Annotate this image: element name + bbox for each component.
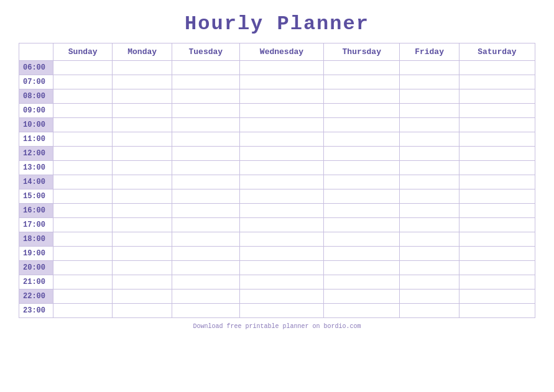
cell-thursday-0600[interactable] bbox=[324, 61, 400, 75]
cell-tuesday-2000[interactable] bbox=[172, 261, 239, 275]
cell-wednesday-1900[interactable] bbox=[239, 247, 323, 261]
cell-friday-1200[interactable] bbox=[400, 147, 459, 161]
cell-wednesday-1100[interactable] bbox=[239, 132, 323, 147]
cell-monday-0900[interactable] bbox=[113, 104, 172, 118]
cell-tuesday-1200[interactable] bbox=[172, 147, 239, 161]
cell-tuesday-1900[interactable] bbox=[172, 247, 239, 261]
cell-friday-0600[interactable] bbox=[400, 61, 459, 75]
cell-monday-1900[interactable] bbox=[113, 247, 172, 261]
cell-sunday-2200[interactable] bbox=[53, 289, 113, 304]
cell-saturday-0600[interactable] bbox=[459, 61, 535, 75]
cell-monday-1400[interactable] bbox=[113, 175, 172, 189]
cell-friday-2100[interactable] bbox=[400, 275, 459, 289]
cell-friday-2200[interactable] bbox=[400, 289, 459, 304]
cell-monday-0600[interactable] bbox=[113, 61, 172, 75]
cell-sunday-1000[interactable] bbox=[53, 118, 113, 132]
cell-sunday-1700[interactable] bbox=[53, 218, 113, 232]
cell-thursday-1800[interactable] bbox=[324, 232, 400, 247]
cell-thursday-0700[interactable] bbox=[324, 75, 400, 89]
cell-saturday-2000[interactable] bbox=[459, 261, 535, 275]
cell-sunday-2100[interactable] bbox=[53, 275, 113, 289]
cell-monday-1200[interactable] bbox=[113, 147, 172, 161]
cell-monday-1300[interactable] bbox=[113, 161, 172, 175]
cell-wednesday-1200[interactable] bbox=[239, 147, 323, 161]
cell-sunday-1300[interactable] bbox=[53, 161, 113, 175]
cell-tuesday-1800[interactable] bbox=[172, 232, 239, 247]
cell-monday-2100[interactable] bbox=[113, 275, 172, 289]
cell-saturday-1000[interactable] bbox=[459, 118, 535, 132]
cell-thursday-1200[interactable] bbox=[324, 147, 400, 161]
cell-monday-1700[interactable] bbox=[113, 218, 172, 232]
cell-wednesday-1000[interactable] bbox=[239, 118, 323, 132]
cell-friday-1900[interactable] bbox=[400, 247, 459, 261]
cell-thursday-0800[interactable] bbox=[324, 89, 400, 104]
cell-friday-1700[interactable] bbox=[400, 218, 459, 232]
cell-sunday-1500[interactable] bbox=[53, 189, 113, 204]
cell-sunday-1100[interactable] bbox=[53, 132, 113, 147]
cell-sunday-1900[interactable] bbox=[53, 247, 113, 261]
cell-friday-1600[interactable] bbox=[400, 204, 459, 218]
cell-sunday-0800[interactable] bbox=[53, 89, 113, 104]
cell-saturday-1600[interactable] bbox=[459, 204, 535, 218]
cell-monday-1500[interactable] bbox=[113, 189, 172, 204]
cell-monday-1600[interactable] bbox=[113, 204, 172, 218]
cell-tuesday-2300[interactable] bbox=[172, 304, 239, 318]
cell-friday-1400[interactable] bbox=[400, 175, 459, 189]
cell-wednesday-1800[interactable] bbox=[239, 232, 323, 247]
cell-saturday-1700[interactable] bbox=[459, 218, 535, 232]
cell-thursday-0900[interactable] bbox=[324, 104, 400, 118]
cell-thursday-1300[interactable] bbox=[324, 161, 400, 175]
cell-thursday-1700[interactable] bbox=[324, 218, 400, 232]
cell-wednesday-1600[interactable] bbox=[239, 204, 323, 218]
cell-monday-0800[interactable] bbox=[113, 89, 172, 104]
cell-wednesday-2300[interactable] bbox=[239, 304, 323, 318]
cell-saturday-2100[interactable] bbox=[459, 275, 535, 289]
cell-tuesday-1000[interactable] bbox=[172, 118, 239, 132]
cell-sunday-2300[interactable] bbox=[53, 304, 113, 318]
cell-tuesday-1300[interactable] bbox=[172, 161, 239, 175]
cell-sunday-0700[interactable] bbox=[53, 75, 113, 89]
cell-monday-1100[interactable] bbox=[113, 132, 172, 147]
cell-thursday-1600[interactable] bbox=[324, 204, 400, 218]
cell-saturday-1300[interactable] bbox=[459, 161, 535, 175]
cell-saturday-0800[interactable] bbox=[459, 89, 535, 104]
cell-wednesday-2000[interactable] bbox=[239, 261, 323, 275]
cell-thursday-1000[interactable] bbox=[324, 118, 400, 132]
cell-saturday-0700[interactable] bbox=[459, 75, 535, 89]
cell-sunday-1600[interactable] bbox=[53, 204, 113, 218]
cell-thursday-1400[interactable] bbox=[324, 175, 400, 189]
cell-sunday-0900[interactable] bbox=[53, 104, 113, 118]
cell-saturday-1900[interactable] bbox=[459, 247, 535, 261]
cell-saturday-1100[interactable] bbox=[459, 132, 535, 147]
cell-friday-2000[interactable] bbox=[400, 261, 459, 275]
cell-saturday-2300[interactable] bbox=[459, 304, 535, 318]
cell-sunday-1400[interactable] bbox=[53, 175, 113, 189]
cell-tuesday-1700[interactable] bbox=[172, 218, 239, 232]
cell-monday-0700[interactable] bbox=[113, 75, 172, 89]
cell-wednesday-1400[interactable] bbox=[239, 175, 323, 189]
cell-wednesday-0900[interactable] bbox=[239, 104, 323, 118]
cell-saturday-1200[interactable] bbox=[459, 147, 535, 161]
cell-friday-1500[interactable] bbox=[400, 189, 459, 204]
cell-tuesday-1600[interactable] bbox=[172, 204, 239, 218]
cell-saturday-0900[interactable] bbox=[459, 104, 535, 118]
cell-tuesday-0700[interactable] bbox=[172, 75, 239, 89]
cell-sunday-0600[interactable] bbox=[53, 61, 113, 75]
cell-thursday-1500[interactable] bbox=[324, 189, 400, 204]
cell-friday-1100[interactable] bbox=[400, 132, 459, 147]
cell-thursday-1900[interactable] bbox=[324, 247, 400, 261]
cell-thursday-2000[interactable] bbox=[324, 261, 400, 275]
cell-friday-1000[interactable] bbox=[400, 118, 459, 132]
cell-tuesday-1400[interactable] bbox=[172, 175, 239, 189]
cell-sunday-1800[interactable] bbox=[53, 232, 113, 247]
cell-friday-1300[interactable] bbox=[400, 161, 459, 175]
cell-wednesday-0600[interactable] bbox=[239, 61, 323, 75]
cell-tuesday-0600[interactable] bbox=[172, 61, 239, 75]
cell-wednesday-0800[interactable] bbox=[239, 89, 323, 104]
cell-friday-1800[interactable] bbox=[400, 232, 459, 247]
cell-wednesday-2200[interactable] bbox=[239, 289, 323, 304]
cell-thursday-2200[interactable] bbox=[324, 289, 400, 304]
cell-sunday-2000[interactable] bbox=[53, 261, 113, 275]
cell-thursday-2100[interactable] bbox=[324, 275, 400, 289]
cell-wednesday-1700[interactable] bbox=[239, 218, 323, 232]
